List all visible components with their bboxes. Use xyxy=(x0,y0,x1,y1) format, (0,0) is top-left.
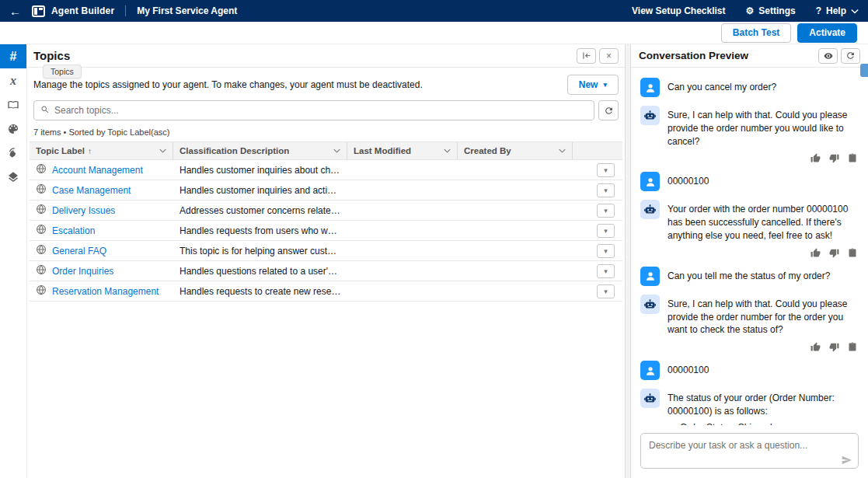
search-icon xyxy=(40,103,50,117)
topic-link[interactable]: Case Management xyxy=(52,185,131,196)
table-body: Account Management Handles customer inqu… xyxy=(30,160,622,302)
row-actions-button[interactable]: ▾ xyxy=(597,224,615,238)
sort-asc-icon: ↑ xyxy=(88,147,92,155)
copy-clipboard-icon[interactable] xyxy=(848,153,857,163)
preview-refresh-button[interactable] xyxy=(841,48,860,64)
table-row[interactable]: Order Inquiries Handles questions relate… xyxy=(30,261,622,281)
topic-created-by xyxy=(458,241,573,260)
table-row[interactable]: Escalation Handles requests from users w… xyxy=(30,221,622,241)
activate-button[interactable]: Activate xyxy=(797,23,857,43)
column-header-classification-description[interactable]: Classification Description xyxy=(173,142,347,159)
topics-hash-icon: # xyxy=(10,50,17,64)
table-row[interactable]: Case Management Handles customer inquiri… xyxy=(30,180,622,201)
batch-test-button[interactable]: Batch Test xyxy=(721,23,791,43)
topic-last-modified xyxy=(347,160,458,180)
thumbs-up-icon[interactable] xyxy=(810,342,821,352)
topic-last-modified xyxy=(347,221,458,240)
rail-item-channels[interactable] xyxy=(0,141,26,165)
rail-item-topics[interactable]: # xyxy=(0,44,26,68)
table-row[interactable]: General FAQ This topic is for helping an… xyxy=(30,241,622,261)
topics-title: Topics xyxy=(33,49,70,62)
topics-description: Manage the topics assigned to your agent… xyxy=(33,79,423,90)
agent-message: The status of your order (Order Number: … xyxy=(631,389,868,425)
row-actions-button[interactable]: ▾ xyxy=(597,204,615,218)
caret-down-icon: ▾ xyxy=(604,267,608,275)
column-header-topic-label[interactable]: Topic Label ↑ xyxy=(30,142,173,159)
row-actions-button[interactable]: ▾ xyxy=(597,183,615,197)
caret-down-icon: ▾ xyxy=(604,207,608,215)
topic-link[interactable]: General FAQ xyxy=(52,246,106,256)
app-name: Agent Builder xyxy=(51,5,114,16)
copy-clipboard-icon[interactable] xyxy=(848,342,857,352)
rail-item-theme[interactable] xyxy=(0,117,26,141)
table-header-row: Topic Label ↑ Classification Description… xyxy=(30,141,622,160)
chevron-down-icon xyxy=(333,148,340,153)
close-panel-button[interactable]: × xyxy=(599,48,619,64)
refresh-list-button[interactable] xyxy=(598,100,619,120)
topic-link[interactable]: Order Inquiries xyxy=(52,266,113,277)
thumbs-down-icon[interactable] xyxy=(829,342,839,352)
thumbs-up-icon[interactable] xyxy=(810,248,821,258)
topic-link[interactable]: Account Management xyxy=(52,165,143,176)
globe-icon xyxy=(36,244,47,257)
copy-clipboard-icon[interactable] xyxy=(848,248,857,258)
search-topics-input[interactable] xyxy=(54,105,587,116)
message-text: 00000100 xyxy=(668,361,709,380)
rail-item-knowledge[interactable] xyxy=(0,92,26,117)
chat-message-input[interactable] xyxy=(640,433,859,469)
topic-classification-description: Addresses customer concerns related to d… xyxy=(180,205,341,216)
feedback-row xyxy=(631,342,868,352)
help-menu[interactable]: ? Help xyxy=(816,5,859,16)
topic-link[interactable]: Delivery Issues xyxy=(52,205,115,216)
table-row[interactable]: Delivery Issues Addresses customer conce… xyxy=(30,201,622,221)
main-content: # x Topics × xyxy=(0,44,868,478)
variables-icon: x xyxy=(10,74,16,88)
palette-icon xyxy=(7,123,19,135)
caret-down-icon: ▾ xyxy=(604,288,608,295)
globe-icon xyxy=(36,163,47,176)
topic-last-modified xyxy=(347,180,458,200)
topic-created-by xyxy=(458,201,573,220)
chevron-down-icon xyxy=(159,148,166,153)
row-actions-button[interactable]: ▾ xyxy=(597,163,615,177)
collapse-panel-button[interactable] xyxy=(577,48,596,64)
topic-classification-description: Handles requests to create new reservati… xyxy=(180,286,341,297)
table-row[interactable]: Reservation Management Handles requests … xyxy=(30,281,622,302)
action-bar: Batch Test Activate xyxy=(0,22,868,44)
topic-classification-description: Handles questions related to a user's or… xyxy=(180,266,341,277)
thumbs-down-icon[interactable] xyxy=(829,153,839,163)
column-header-created-by[interactable]: Created By xyxy=(458,142,573,159)
topics-panel-header: Topics × xyxy=(27,44,625,68)
agent-bot-avatar xyxy=(640,295,660,314)
rail-item-variables[interactable]: x xyxy=(0,68,26,92)
message-text: Can you tell me the status of my order? xyxy=(668,267,830,286)
feedback-row xyxy=(631,153,868,163)
agent-bot-avatar xyxy=(640,389,660,408)
send-icon[interactable] xyxy=(841,455,852,466)
table-row[interactable]: Account Management Handles customer inqu… xyxy=(30,160,622,180)
gear-icon: ⚙ xyxy=(746,5,755,16)
topic-created-by xyxy=(458,160,573,180)
offscreen-tooltip-fragment xyxy=(860,64,868,77)
topic-last-modified xyxy=(347,241,458,260)
topic-link[interactable]: Escalation xyxy=(52,225,95,236)
thumbs-up-icon[interactable] xyxy=(810,153,821,163)
thumbs-down-icon[interactable] xyxy=(829,248,839,258)
column-header-last-modified[interactable]: Last Modified xyxy=(347,142,458,159)
new-topic-button[interactable]: New ▾ xyxy=(567,75,619,95)
message-text: The status of your order (Order Number: … xyxy=(668,389,859,425)
preview-visibility-button[interactable] xyxy=(818,48,838,64)
back-icon[interactable]: ← xyxy=(9,5,21,18)
topic-link[interactable]: Reservation Management xyxy=(52,286,159,297)
rail-item-layers[interactable] xyxy=(0,165,26,189)
settings-link[interactable]: ⚙ Settings xyxy=(746,5,796,16)
row-actions-button[interactable]: ▾ xyxy=(597,264,615,278)
conversation-preview-panel: Conversation Preview Can you cancel my o… xyxy=(630,44,868,478)
view-setup-checklist-link[interactable]: View Setup Checklist xyxy=(632,5,726,16)
row-actions-button[interactable]: ▾ xyxy=(597,244,615,258)
topic-classification-description: Handles customer inquiries and actions r… xyxy=(180,185,341,196)
topic-last-modified xyxy=(347,201,458,220)
row-actions-button[interactable]: ▾ xyxy=(597,284,615,298)
topic-created-by xyxy=(458,180,573,200)
user-message: 00000100 xyxy=(631,361,868,380)
